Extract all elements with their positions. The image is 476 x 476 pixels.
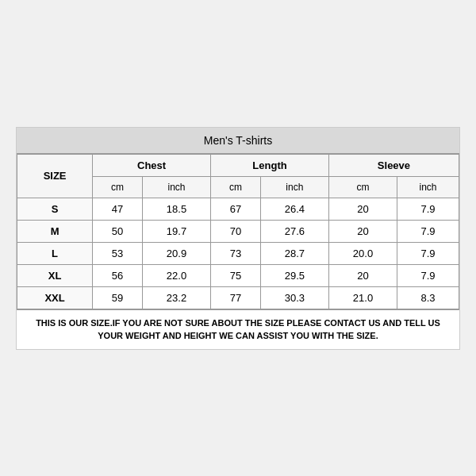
length-cm-cell: 75 <box>211 264 261 286</box>
length-cm-cell: 67 <box>211 198 261 220</box>
chest-header: Chest <box>93 154 211 176</box>
table-row: M 50 19.7 70 27.6 20 7.9 <box>17 220 459 242</box>
length-cm-cell: 70 <box>211 220 261 242</box>
sleeve-inch-cell: 7.9 <box>397 264 459 286</box>
chest-cm-cell: 47 <box>93 198 143 220</box>
chest-inch-cell: 19.7 <box>142 220 210 242</box>
size-chart-card: Men's T-shirts SIZE Chest Length Sleeve … <box>16 127 460 350</box>
sleeve-inch-cell: 7.9 <box>397 242 459 264</box>
length-cm-cell: 77 <box>211 286 261 309</box>
chest-inch-cell: 20.9 <box>142 242 210 264</box>
size-table: SIZE Chest Length Sleeve cm inch cm inch… <box>17 154 459 309</box>
column-group-header: SIZE Chest Length Sleeve <box>17 154 459 176</box>
chest-inch-cell: 18.5 <box>142 198 210 220</box>
table-row: XL 56 22.0 75 29.5 20 7.9 <box>17 264 459 286</box>
size-cell: XL <box>17 264 93 286</box>
chest-cm-cell: 53 <box>93 242 143 264</box>
length-inch-header: inch <box>260 176 328 198</box>
length-inch-cell: 27.6 <box>260 220 328 242</box>
size-cell: XXL <box>17 286 93 309</box>
sleeve-cm-header: cm <box>328 176 397 198</box>
sleeve-cm-cell: 20.0 <box>328 242 397 264</box>
table-row: L 53 20.9 73 28.7 20.0 7.9 <box>17 242 459 264</box>
size-cell: M <box>17 220 93 242</box>
sleeve-cm-cell: 20 <box>328 264 397 286</box>
length-inch-cell: 28.7 <box>260 242 328 264</box>
sleeve-cm-cell: 21.0 <box>328 286 397 309</box>
chest-cm-cell: 59 <box>93 286 143 309</box>
table-row: S 47 18.5 67 26.4 20 7.9 <box>17 198 459 220</box>
chest-inch-header: inch <box>142 176 210 198</box>
size-cell: L <box>17 242 93 264</box>
table-row: XXL 59 23.2 77 30.3 21.0 8.3 <box>17 286 459 309</box>
length-inch-cell: 29.5 <box>260 264 328 286</box>
chest-cm-cell: 50 <box>93 220 143 242</box>
chest-cm-cell: 56 <box>93 264 143 286</box>
table-title: Men's T-shirts <box>17 128 459 154</box>
footer-note: THIS IS OUR SIZE.IF YOU ARE NOT SURE ABO… <box>17 309 459 349</box>
chest-cm-header: cm <box>93 176 143 198</box>
length-cm-header: cm <box>211 176 261 198</box>
sleeve-cm-cell: 20 <box>328 220 397 242</box>
sleeve-inch-cell: 7.9 <box>397 198 459 220</box>
sleeve-header: Sleeve <box>328 154 459 176</box>
size-header: SIZE <box>17 154 93 198</box>
table-body: S 47 18.5 67 26.4 20 7.9 M 50 19.7 70 27… <box>17 198 459 309</box>
length-inch-cell: 30.3 <box>260 286 328 309</box>
sleeve-inch-cell: 7.9 <box>397 220 459 242</box>
chest-inch-cell: 23.2 <box>142 286 210 309</box>
length-header: Length <box>211 154 329 176</box>
length-cm-cell: 73 <box>211 242 261 264</box>
chest-inch-cell: 22.0 <box>142 264 210 286</box>
sleeve-inch-cell: 8.3 <box>397 286 459 309</box>
size-cell: S <box>17 198 93 220</box>
length-inch-cell: 26.4 <box>260 198 328 220</box>
sleeve-cm-cell: 20 <box>328 198 397 220</box>
sleeve-inch-header: inch <box>397 176 459 198</box>
